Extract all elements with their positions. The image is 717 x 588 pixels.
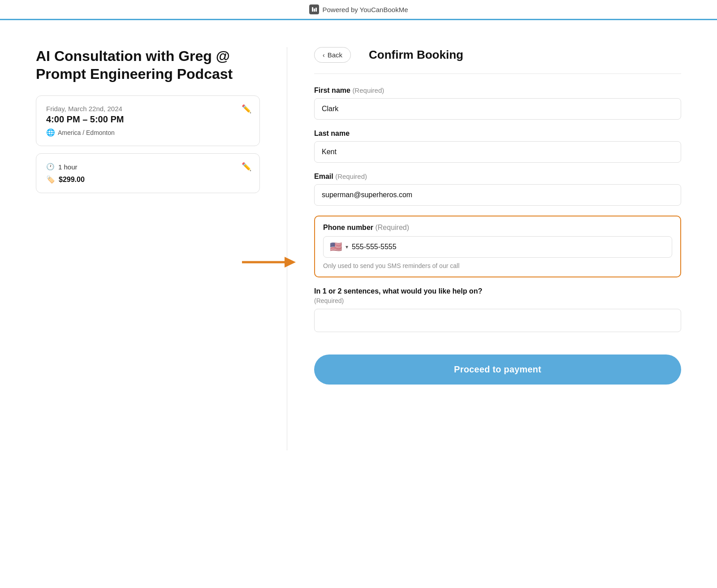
- top-bar: Powered by YouCanBookMe: [0, 0, 717, 20]
- email-required: (Required): [335, 173, 367, 180]
- email-input[interactable]: [314, 184, 681, 206]
- right-panel: ‹ Back Confirm Booking First name (Requi…: [287, 47, 681, 385]
- duration-price-card: 🕐 1 hour 🏷️ $299.00 ✏️: [36, 153, 260, 193]
- us-flag-icon: 🇺🇸: [330, 242, 342, 252]
- phone-input-row[interactable]: 🇺🇸 ▾ 555-555-5555: [323, 236, 672, 258]
- edit-duration-icon[interactable]: ✏️: [242, 162, 251, 172]
- question-group: In 1 or 2 sentences, what would you like…: [314, 287, 681, 332]
- edit-datetime-icon[interactable]: ✏️: [242, 104, 251, 114]
- last-name-group: Last name: [314, 130, 681, 163]
- first-name-label: First name (Required): [314, 86, 681, 95]
- powered-by-text: Powered by YouCanBookMe: [323, 6, 408, 13]
- phone-label: Phone number (Required): [323, 224, 672, 232]
- phone-field-container: Phone number (Required) 🇺🇸 ▾ 555-555-555…: [314, 216, 681, 277]
- left-panel: AI Consultation with Greg @ Prompt Engin…: [36, 47, 287, 193]
- svg-rect-1: [314, 9, 315, 12]
- globe-icon: 🌐: [46, 128, 55, 137]
- datetime-card: Friday, March 22nd, 2024 4:00 PM – 5:00 …: [36, 95, 260, 146]
- header-divider: [314, 74, 681, 74]
- svg-marker-4: [285, 257, 296, 268]
- main-container: AI Consultation with Greg @ Prompt Engin…: [0, 20, 717, 477]
- timezone-row: 🌐 America / Edmonton: [46, 128, 250, 137]
- question-input[interactable]: [314, 309, 681, 332]
- duration-row: 🕐 1 hour: [46, 163, 250, 171]
- arrow-indicator: [242, 253, 296, 271]
- booking-title: AI Consultation with Greg @ Prompt Engin…: [36, 47, 260, 83]
- price-text: $299.00: [59, 176, 85, 184]
- phone-required: (Required): [375, 224, 409, 231]
- email-label: Email (Required): [314, 173, 681, 181]
- last-name-input[interactable]: [314, 141, 681, 163]
- svg-rect-2: [315, 8, 317, 12]
- ycbm-logo-icon: [309, 4, 319, 14]
- date-label: Friday, March 22nd, 2024: [46, 105, 250, 112]
- clock-icon: 🕐: [46, 163, 55, 171]
- first-name-required: (Required): [352, 86, 384, 94]
- timezone-text: America / Edmonton: [58, 129, 115, 136]
- svg-rect-0: [312, 7, 313, 12]
- flag-dropdown-icon[interactable]: ▾: [346, 244, 348, 250]
- duration-text: 1 hour: [58, 163, 78, 171]
- time-range: 4:00 PM – 5:00 PM: [46, 114, 250, 125]
- phone-hint: Only used to send you SMS reminders of o…: [323, 262, 672, 269]
- email-group: Email (Required): [314, 173, 681, 206]
- right-header: ‹ Back Confirm Booking: [314, 47, 681, 63]
- question-required: (Required): [314, 297, 681, 304]
- price-row: 🏷️ $299.00: [46, 175, 250, 184]
- price-tag-icon: 🏷️: [46, 175, 55, 184]
- phone-value: 555-555-5555: [352, 243, 397, 251]
- question-label: In 1 or 2 sentences, what would you like…: [314, 287, 681, 295]
- proceed-to-payment-button[interactable]: Proceed to payment: [314, 355, 681, 385]
- last-name-label: Last name: [314, 130, 681, 138]
- confirm-booking-title: Confirm Booking: [369, 48, 463, 62]
- chevron-left-icon: ‹: [323, 52, 325, 59]
- back-button[interactable]: ‹ Back: [314, 47, 351, 63]
- back-label: Back: [328, 51, 342, 59]
- first-name-input[interactable]: [314, 98, 681, 120]
- first-name-group: First name (Required): [314, 86, 681, 120]
